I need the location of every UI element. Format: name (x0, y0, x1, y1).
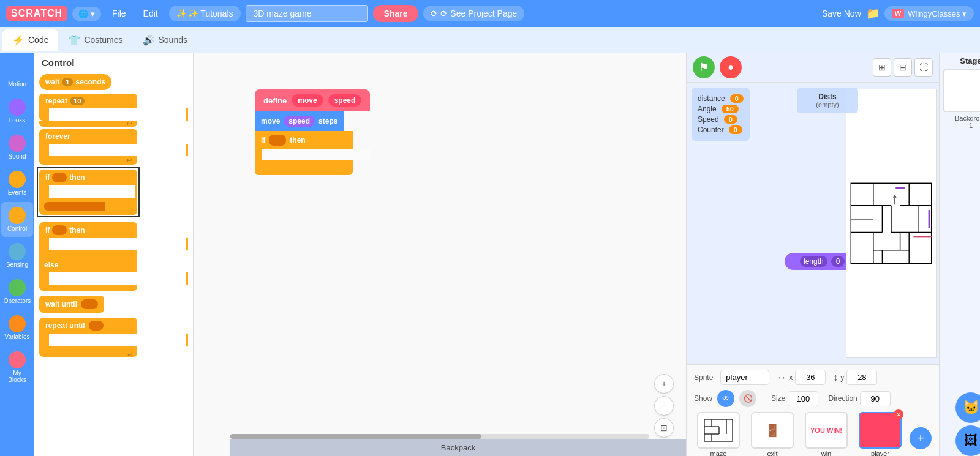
cat-sprite-button[interactable]: 🐱 (956, 392, 980, 423)
stage-label: Stage (960, 56, 980, 65)
sprite-thumb-exit[interactable]: 🚪 exit (748, 412, 797, 456)
globe-chevron: ▾ (91, 9, 95, 18)
blocks-panel-title: Control (39, 58, 188, 68)
if-then-block-2[interactable]: if then else (39, 222, 188, 291)
svg-rect-21 (704, 419, 733, 441)
edit-menu[interactable]: Edit (137, 6, 164, 21)
tabs-bar: ⚡ Code 👕 Costumes 🔊 Sounds (0, 27, 980, 53)
globe-language-button[interactable]: 🌐 ▾ (72, 7, 101, 21)
share-button[interactable]: Share (373, 5, 419, 22)
svg-marker-20 (893, 195, 897, 197)
sidebar-item-motion[interactable]: Motion (1, 58, 33, 92)
flag-icon: ⚑ (699, 61, 709, 74)
variables-popup: distance 0 Angle 50 Speed 0 Counter (692, 88, 750, 141)
expand-icon[interactable]: ⊟ (894, 58, 912, 77)
tutorials-button[interactable]: ✨ ✨ Tutorials (169, 6, 241, 21)
sensing-dot (9, 243, 26, 260)
sidebar-item-operators[interactable]: Operators (1, 274, 33, 309)
control-dot (9, 207, 26, 224)
size-field: Size 100 (771, 391, 818, 406)
compress-icon[interactable]: ⊞ (873, 58, 891, 77)
if-condition-slot (52, 173, 67, 182)
variables-dot (9, 315, 26, 332)
sound-dot (9, 135, 26, 152)
stop-button[interactable]: ● (720, 56, 742, 78)
tab-code[interactable]: ⚡ Code (2, 29, 58, 51)
x-coord: ↔ x 36 (777, 370, 826, 385)
sidebar-item-control[interactable]: Control (1, 202, 33, 237)
var-row-counter: Counter 0 (698, 125, 744, 134)
main-stage-area: ⚑ ● ⊞ ⊟ ⛶ (687, 53, 939, 456)
code-canvas[interactable]: define move speed move speed steps if th… (194, 53, 686, 456)
landscape-icon: 🖼 (964, 433, 978, 449)
sprite-thumbnails: maze 🚪 exit YOU WIN! win (694, 412, 932, 456)
var-row-speed: Speed 0 (698, 115, 744, 124)
repeat-until-block[interactable]: repeat until ↩ (39, 318, 188, 357)
zoom-out-button[interactable]: − (654, 396, 674, 416)
globe-icon: 🌐 (78, 9, 88, 18)
sidebar-item-events[interactable]: Events (1, 166, 33, 201)
maze-svg (846, 89, 937, 358)
sprite-thumb-maze[interactable]: maze (694, 412, 743, 456)
category-sidebar: Motion Looks Sound Events Control Sensin… (0, 53, 34, 456)
if-then-block-selected[interactable]: if then (39, 170, 137, 215)
add-icon: + (917, 432, 924, 446)
sprite-thumb-player[interactable]: ✕ player (856, 412, 905, 456)
eye-closed-icon: 🚫 (744, 394, 753, 403)
sprite-info-panel: Sprite player ↔ x 36 ↕ y 28 (687, 364, 939, 456)
user-menu[interactable]: W WlingyClasses ▾ (884, 6, 974, 21)
show-hidden-button[interactable]: 🚫 (739, 390, 756, 407)
tutorials-icon: ✨ (176, 9, 187, 18)
looks-dot (9, 99, 26, 116)
sprite-name-field[interactable]: player (720, 370, 769, 385)
tab-costumes[interactable]: 👕 Costumes (58, 29, 132, 51)
delete-sprite-button[interactable]: ✕ (894, 409, 903, 419)
events-dot (9, 171, 26, 188)
operators-dot (9, 279, 26, 296)
stage-thumbnail[interactable] (943, 69, 980, 112)
scratch-logo[interactable]: SCRATCH (6, 6, 67, 21)
backdrops-count: 1 (969, 122, 973, 129)
maze-thumb-svg (703, 418, 734, 443)
tab-sounds[interactable]: 🔊 Sounds (133, 29, 197, 51)
y-coord: ↕ y 28 (833, 370, 877, 385)
sidebar-item-looks[interactable]: Looks (1, 94, 33, 129)
forever-block[interactable]: forever ↩ (39, 129, 188, 165)
repeat-block[interactable]: repeat 10 ↩ (39, 94, 188, 127)
eye-open-icon: 👁 (722, 394, 729, 403)
define-block-group: define move speed move speed steps if th… (255, 89, 370, 175)
sidebar-item-variables[interactable]: Variables (1, 310, 33, 345)
right-side-layout: ⚑ ● ⊞ ⊟ ⛶ (687, 53, 980, 456)
backpack-bar[interactable]: Backpack (230, 439, 686, 456)
fit-button[interactable]: ⊡ (654, 418, 674, 438)
nested-slot (44, 202, 105, 211)
zoom-in-button[interactable]: + (654, 374, 674, 394)
stage-label-area: Stage Backdrops 1 🐱 🖼 (939, 53, 980, 456)
fullscreen-icon[interactable]: ⛶ (914, 58, 933, 77)
save-now-button[interactable]: Save Now (822, 9, 861, 18)
file-menu[interactable]: File (106, 6, 132, 21)
add-backdrop-button[interactable]: 🖼 (956, 425, 980, 456)
user-avatar: W (892, 9, 904, 18)
direction-value[interactable]: 90 (860, 391, 891, 406)
see-project-page-button[interactable]: ⟳ ⟳ See Project Page (423, 6, 524, 21)
show-row: Show 👁 🚫 Size 100 Direction (694, 390, 932, 407)
add-sprite-button[interactable]: + (910, 427, 932, 449)
project-name-input[interactable] (246, 5, 368, 22)
y-value[interactable]: 28 (846, 370, 877, 385)
myblocks-dot (9, 351, 26, 368)
dists-popup: Dists (empty) (797, 88, 858, 113)
wait-until-block[interactable]: wait until (39, 294, 188, 314)
sidebar-item-myblocks[interactable]: My Blocks (1, 346, 33, 388)
green-flag-button[interactable]: ⚑ (693, 56, 715, 78)
sidebar-item-sound[interactable]: Sound (1, 130, 33, 165)
sprite-thumb-win[interactable]: YOU WIN! win (802, 412, 851, 456)
x-value[interactable]: 36 (795, 370, 826, 385)
sidebar-item-sensing[interactable]: Sensing (1, 238, 33, 273)
updown-icon: ↕ (833, 372, 838, 383)
show-visible-button[interactable]: 👁 (717, 390, 734, 407)
size-value[interactable]: 100 (788, 391, 818, 406)
main-layout: Motion Looks Sound Events Control Sensin… (0, 53, 980, 456)
wait-block[interactable]: wait 1 seconds (39, 73, 188, 91)
folder-icon[interactable]: 📁 (866, 7, 880, 20)
